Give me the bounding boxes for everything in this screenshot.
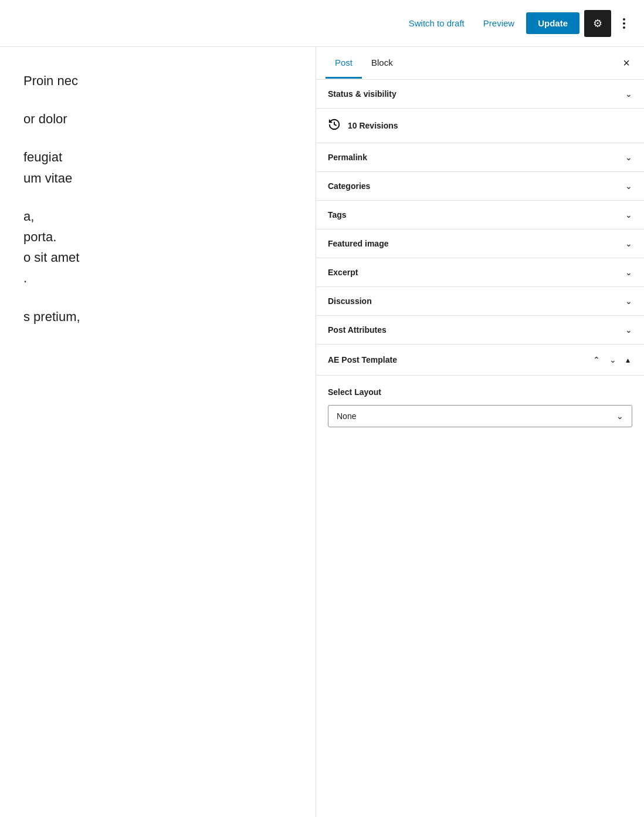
panel-item-featured-image[interactable]: Featured image ⌄ xyxy=(316,229,644,258)
preview-button[interactable]: Preview xyxy=(476,13,521,33)
categories-label: Categories xyxy=(328,181,370,191)
panel-item-revisions[interactable]: 10 Revisions xyxy=(316,109,644,143)
editor-text: a,porta.o sit amet. xyxy=(23,209,79,286)
sidebar: Post Block × Status & visibility ⌄ xyxy=(316,47,644,817)
panel-item-status-visibility[interactable]: Status & visibility ⌄ xyxy=(316,80,644,109)
update-button[interactable]: Update xyxy=(526,12,579,34)
editor-area: Proin nec or dolor feugiatum vitae a,por… xyxy=(0,47,316,817)
ae-down-button[interactable]: ⌄ xyxy=(607,354,619,366)
panel-item-categories[interactable]: Categories ⌄ xyxy=(316,172,644,201)
chevron-down-icon: ⌄ xyxy=(625,153,632,162)
layout-select-value: None xyxy=(337,411,356,421)
ae-expand-button[interactable]: ▴ xyxy=(623,354,632,366)
editor-text-block-3: feugiatum vitae xyxy=(23,147,298,188)
select-layout-section: Select Layout None ⌄ xyxy=(316,376,644,439)
status-visibility-label: Status & visibility xyxy=(328,89,396,99)
switch-to-draft-button[interactable]: Switch to draft xyxy=(402,13,472,33)
editor-text-block-5: s pretium, xyxy=(23,306,298,327)
toolbar: Switch to draft Preview Update ⚙ xyxy=(0,0,644,47)
featured-image-label: Featured image xyxy=(328,239,388,248)
tab-post[interactable]: Post xyxy=(326,48,362,79)
chevron-down-icon: ⌄ xyxy=(625,325,632,335)
panel-item-discussion[interactable]: Discussion ⌄ xyxy=(316,287,644,316)
select-layout-label: Select Layout xyxy=(328,387,632,397)
panel-item-post-attributes[interactable]: Post Attributes ⌄ xyxy=(316,316,644,345)
post-attributes-label: Post Attributes xyxy=(328,325,387,335)
editor-text-block-4: a,porta.o sit amet. xyxy=(23,206,298,289)
panel-item-permalink[interactable]: Permalink ⌄ xyxy=(316,143,644,172)
settings-button[interactable]: ⚙ xyxy=(584,10,611,37)
sidebar-tabs: Post Block × xyxy=(316,47,644,80)
panel-item-tags[interactable]: Tags ⌄ xyxy=(316,201,644,229)
editor-text: feugiatum vitae xyxy=(23,150,72,185)
ae-up-button[interactable]: ⌃ xyxy=(591,354,602,366)
editor-text: Proin nec xyxy=(23,73,78,88)
tags-label: Tags xyxy=(328,210,347,220)
revisions-label: 10 Revisions xyxy=(348,121,398,130)
sidebar-close-button[interactable]: × xyxy=(618,54,635,72)
main-content: Proin nec or dolor feugiatum vitae a,por… xyxy=(0,47,644,817)
excerpt-label: Excerpt xyxy=(328,268,358,277)
history-icon xyxy=(328,118,341,133)
tab-block[interactable]: Block xyxy=(362,48,402,79)
editor-text-block-2: or dolor xyxy=(23,109,298,129)
chevron-down-icon: ⌄ xyxy=(625,239,632,248)
dots-icon xyxy=(621,16,628,31)
panel-item-excerpt[interactable]: Excerpt ⌄ xyxy=(316,258,644,287)
chevron-down-icon: ⌄ xyxy=(625,210,632,220)
panel-item-ae-post-template[interactable]: AE Post Template ⌃ ⌄ ▴ xyxy=(316,345,644,376)
editor-text: s pretium, xyxy=(23,309,80,324)
chevron-down-icon: ⌄ xyxy=(625,296,632,306)
more-options-button[interactable] xyxy=(616,13,632,33)
editor-text: or dolor xyxy=(23,112,67,126)
sidebar-panel: Status & visibility ⌄ 10 Revisions xyxy=(316,80,644,439)
chevron-down-icon: ⌄ xyxy=(625,268,632,277)
editor-text-block-1: Proin nec xyxy=(23,70,298,91)
gear-icon: ⚙ xyxy=(593,17,602,30)
discussion-label: Discussion xyxy=(328,296,372,306)
ae-post-template-label: AE Post Template xyxy=(328,355,397,364)
chevron-down-icon: ⌄ xyxy=(625,89,632,99)
permalink-label: Permalink xyxy=(328,153,367,162)
layout-select-chevron-icon: ⌄ xyxy=(616,411,623,421)
layout-select[interactable]: None ⌄ xyxy=(328,405,632,427)
chevron-down-icon: ⌄ xyxy=(625,181,632,191)
